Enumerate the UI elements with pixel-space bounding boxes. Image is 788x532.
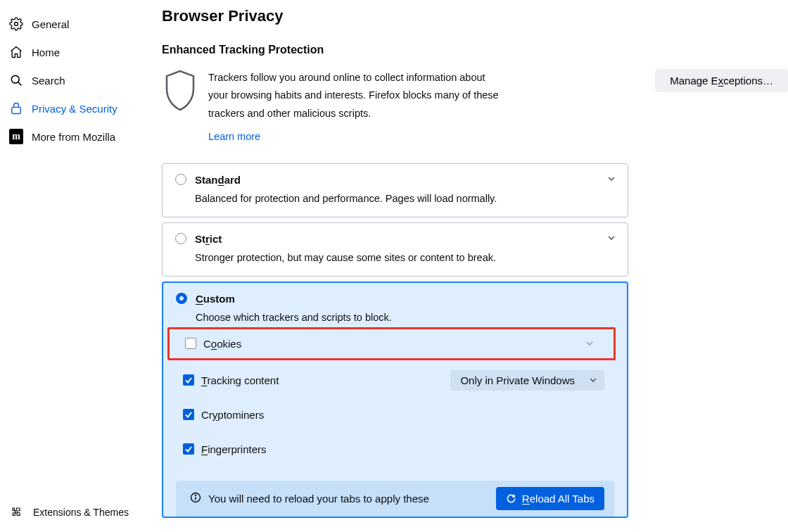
mozilla-icon: m [9, 129, 23, 144]
chevron-down-icon [589, 376, 597, 384]
checkbox-label: Tracking content [201, 374, 279, 386]
sidebar-item-extensions[interactable]: Extensions & Themes [8, 498, 141, 526]
option-strict[interactable]: Strict Stronger protection, but may caus… [162, 222, 628, 277]
lock-icon [9, 101, 23, 115]
option-title: Standard [195, 174, 241, 186]
sidebar-item-label: Privacy & Security [32, 103, 117, 115]
checkbox-row-fingerprint: Fingerprinters [176, 433, 614, 465]
select-value: Only in Private Windows [460, 374, 575, 386]
svg-point-0 [15, 23, 18, 26]
option-title: Strict [195, 233, 222, 245]
cookies-select[interactable] [291, 335, 594, 352]
sidebar-item-privacy[interactable]: Privacy & Security [7, 94, 141, 122]
chevron-down-icon [605, 172, 618, 185]
sidebar-item-label: Home [32, 46, 60, 58]
shield-icon [162, 69, 198, 113]
sidebar-item-label: Extensions & Themes [33, 507, 129, 518]
checkbox-row-tracking: Tracking content Only in Private Windows [176, 365, 614, 396]
radio-custom[interactable] [176, 293, 187, 304]
option-title: Custom [196, 293, 235, 305]
radio-strict[interactable] [175, 233, 186, 244]
checkbox-cookies[interactable] [185, 338, 196, 349]
section-title: Enhanced Tracking Protection [162, 44, 788, 56]
chevron-down-icon [605, 232, 618, 244]
notice-text: You will need to reload your tabs to app… [208, 493, 429, 505]
sidebar-item-label: Search [32, 75, 65, 87]
tracking-select[interactable]: Only in Private Windows [450, 370, 604, 391]
svg-rect-3 [12, 107, 21, 113]
option-desc: Balanced for protection and performance.… [195, 193, 615, 204]
checkbox-label: Cryptominers [201, 409, 264, 421]
sidebar-item-mozilla[interactable]: m More from Mozilla [7, 122, 141, 151]
checkbox-crypto[interactable] [183, 409, 194, 420]
radio-standard[interactable] [175, 174, 186, 185]
svg-point-1 [11, 75, 19, 83]
reload-icon [506, 493, 516, 504]
info-icon [190, 492, 201, 505]
checkbox-label: Fingerprinters [201, 443, 267, 455]
page-title: Browser Privacy [162, 7, 788, 25]
puzzle-icon [11, 505, 25, 519]
sidebar-item-label: More from Mozilla [32, 131, 115, 143]
svg-point-6 [195, 495, 196, 495]
option-desc: Stronger protection, but may cause some … [195, 252, 615, 263]
checkbox-fingerprint[interactable] [183, 443, 194, 455]
sidebar-item-search[interactable]: Search [7, 66, 141, 94]
option-custom: Custom Choose which trackers and scripts… [162, 281, 628, 518]
gear-icon [9, 17, 23, 31]
reload-notice: You will need to reload your tabs to app… [176, 481, 614, 517]
sidebar-item-label: General [32, 18, 69, 30]
learn-more-link[interactable]: Learn more [208, 128, 260, 146]
checkbox-row-crypto: Cryptominers [176, 399, 614, 431]
checkbox-tracking[interactable] [183, 374, 194, 386]
manage-exceptions-button[interactable]: Manage Exceptions… [655, 69, 788, 92]
home-icon [9, 45, 23, 59]
checkbox-label: Cookies [203, 338, 241, 350]
reload-all-tabs-button[interactable]: Reload All Tabs [496, 487, 604, 510]
sidebar-item-general[interactable]: General [7, 10, 141, 38]
search-icon [9, 73, 23, 87]
svg-line-2 [18, 82, 22, 86]
etp-description: Trackers follow you around online to col… [208, 72, 499, 119]
option-desc: Choose which trackers and scripts to blo… [196, 312, 614, 323]
sidebar-item-home[interactable]: Home [7, 38, 141, 66]
checkbox-row-cookies: Cookies [167, 327, 616, 360]
option-standard[interactable]: Standard Balanced for protection and per… [162, 163, 628, 217]
